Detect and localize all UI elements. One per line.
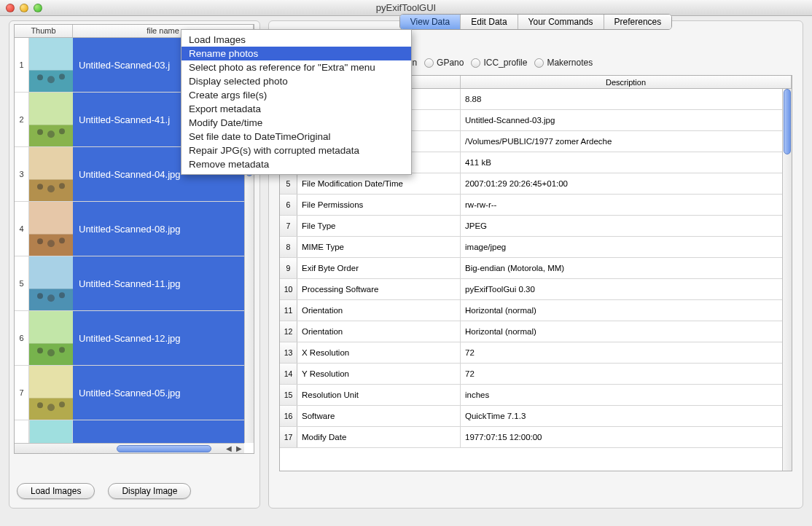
exif-row[interactable]: 5 File Modification Date/Time 2007:01:29… [280,173,782,195]
exif-row[interactable]: 12 Orientation Horizontal (normal) [280,321,782,342]
scrollbar-thumb[interactable] [784,89,791,154]
exif-tag: Orientation [297,300,461,321]
radio-icon [424,58,434,68]
exif-row[interactable]: 13 X Resolution 72 [280,342,782,364]
exif-row[interactable]: 14 Y Resolution 72 [280,364,782,385]
exif-row[interactable]: 8 MIME Type image/jpeg [280,237,782,258]
exif-value: 8.88 [461,89,782,109]
zoom-icon[interactable] [34,4,42,12]
exif-value: pyExifToolGui 0.30 [461,279,782,299]
load-images-button[interactable]: Load Images [17,483,95,499]
menu-item-display-selected-photo[interactable]: Display selected photo [181,74,411,88]
exif-tag: Software [297,406,461,426]
svg-point-13 [47,185,55,192]
col-thumb[interactable]: Thumb [15,25,73,37]
row-index: 15 [280,385,297,405]
menu-item-set-file-date-to-datetimeoriginal[interactable]: Set file date to DateTimeOriginal [181,130,411,144]
file-name: Untitled-Scanned-05.jpg [73,366,244,420]
scroll-right-icon[interactable]: ▶ [234,444,244,452]
svg-point-7 [37,129,43,135]
exif-row[interactable]: 7 File Type JPEG [280,216,782,237]
file-row[interactable]: 6 Untitled-Scanned-12.jpg [15,311,244,366]
radio-label: GPano [437,58,464,68]
row-index: 8 [280,237,297,257]
svg-rect-15 [29,202,73,234]
menu-item-rename-photos[interactable]: Rename photos [181,47,411,60]
thumbnail [29,366,73,420]
col-description[interactable]: Description [461,76,792,88]
svg-rect-5 [29,93,73,125]
svg-rect-20 [29,256,73,288]
menu-item-remove-metadata[interactable]: Remove metadata [181,157,411,171]
tab-preferences[interactable]: Preferences [604,15,672,29]
svg-point-4 [59,74,65,79]
exif-row[interactable]: 15 Resolution Unit inches [280,385,782,406]
exif-row[interactable]: 10 Processing Software pyExifToolGui 0.3… [280,279,782,300]
exif-value: 72 [461,342,782,363]
exif-tag: MIME Type [297,237,461,257]
menu-item-modify-date-time[interactable]: Modify Date/time [181,116,411,130]
exif-row[interactable]: 16 Software QuickTime 7.1.3 [280,406,782,427]
exif-value: Horizontal (normal) [461,321,782,342]
row-index: 12 [280,321,297,342]
menu-item-export-metadata[interactable]: Export metadata [181,102,411,116]
exif-tag: X Resolution [297,342,461,363]
thumbnail [29,420,73,443]
svg-point-32 [37,402,43,408]
svg-point-28 [47,349,55,356]
file-row[interactable]: 5 Untitled-Scanned-11.jpg [15,256,244,311]
row-index: 7 [15,366,29,420]
row-index: 7 [280,216,297,236]
menu-item-repair-jpg-s-with-corrupted-metadata[interactable]: Repair JPG(s) with corrupted metadata [181,144,411,157]
thumbnail [29,256,73,310]
display-image-button[interactable]: Display Image [108,483,191,499]
scrollbar-thumb[interactable] [117,445,211,452]
file-row[interactable]: 7 Untitled-Scanned-05.jpg [15,366,244,420]
svg-point-29 [59,347,65,353]
radio-makernotes[interactable]: Makernotes [534,58,593,68]
row-index: 5 [15,256,29,310]
minimize-icon[interactable] [20,4,28,12]
scroll-left-icon[interactable]: ◀ [224,444,234,452]
svg-point-8 [47,130,55,138]
menu-item-select-photo-as-reference-for-extra-menu[interactable]: Select photo as reference for "Extra" me… [181,60,411,74]
menu-item-create-args-file-s[interactable]: Create args file(s) [181,88,411,102]
exif-tag: Orientation [297,321,461,342]
svg-point-23 [47,294,55,302]
close-icon[interactable] [6,4,15,12]
exif-tag: File Permissions [297,195,461,215]
svg-point-19 [59,238,65,243]
exif-value: JPEG [461,216,782,236]
svg-point-2 [37,74,43,80]
file-horizontal-scrollbar[interactable]: ◀ ▶ [15,443,244,453]
exif-tag: File Type [297,216,461,236]
row-index: 11 [280,300,297,321]
exif-row[interactable]: 17 Modify Date 1977:07:15 12:00:00 [280,427,782,448]
file-row[interactable] [15,420,244,443]
exif-row[interactable]: 11 Orientation Horizontal (normal) [280,300,782,321]
exif-vertical-scrollbar[interactable] [782,89,792,471]
thumbnail [29,38,73,92]
thumbnail [29,147,73,201]
tab-view-data[interactable]: View Data [400,15,461,29]
radio-icc-profile[interactable]: ICC_profile [471,58,527,68]
row-index: 16 [280,406,297,426]
exif-value: Horizontal (normal) [461,300,782,321]
row-index: 9 [280,258,297,278]
radio-gpano[interactable]: GPano [424,58,464,68]
tab-your-commands[interactable]: Your Commands [518,15,604,29]
thumbnail [29,311,73,365]
svg-point-9 [59,128,65,134]
thumbnail [29,93,73,146]
file-row[interactable]: 4 Untitled-Scanned-08.jpg [15,202,244,256]
exif-row[interactable]: 6 File Permissions rw-rw-r-- [280,195,782,216]
row-index [15,420,29,443]
context-menu[interactable]: Load ImagesRename photosSelect photo as … [181,29,412,175]
menu-item-load-images[interactable]: Load Images [181,33,411,47]
tab-edit-data[interactable]: Edit Data [461,15,518,29]
exif-row[interactable]: 9 Exif Byte Order Big-endian (Motorola, … [280,258,782,279]
svg-point-18 [47,240,55,247]
traffic-lights [6,4,42,12]
row-index: 10 [280,279,297,299]
svg-point-3 [47,76,55,83]
